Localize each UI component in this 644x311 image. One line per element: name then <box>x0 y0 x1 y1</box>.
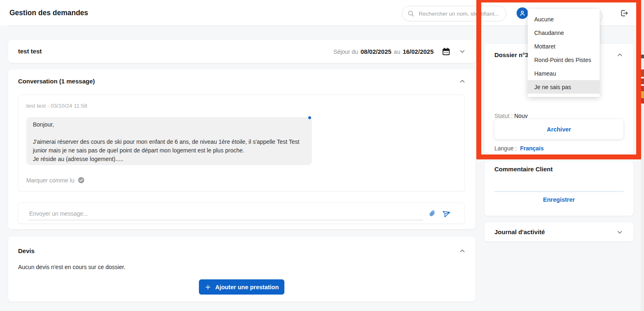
archive-button[interactable]: Archiver <box>494 119 623 139</box>
right-edge-strip <box>641 0 644 311</box>
dropdown-item-mottaret[interactable]: Mottaret <box>528 39 600 53</box>
chevron-down-icon[interactable] <box>459 48 466 55</box>
message-input[interactable] <box>28 207 423 220</box>
chevron-down-icon[interactable] <box>616 228 623 236</box>
stay-prefix: Séjour du <box>333 48 358 55</box>
person-icon <box>519 9 526 17</box>
plus-icon <box>205 284 211 290</box>
send-icon[interactable] <box>443 209 451 217</box>
chevron-up-icon[interactable] <box>459 78 466 85</box>
client-comment-card: Commentaire Client Enregistrer <box>485 161 633 216</box>
stay-separator: au <box>394 48 400 55</box>
client-comment-input[interactable] <box>494 180 623 192</box>
activity-log-card[interactable]: Journal d'activité <box>485 222 633 242</box>
stay-start-date: 08/02/2025 <box>360 48 391 55</box>
save-comment-button[interactable]: Enregistrer <box>485 196 633 203</box>
message-body: J'aimerai réserver des cours de ski pour… <box>33 138 305 155</box>
chevron-up-icon[interactable] <box>616 51 623 59</box>
add-prestation-button[interactable]: Ajouter une prestation <box>199 279 284 295</box>
dropdown-item-chaudanne[interactable]: Chaudanne <box>528 26 600 39</box>
paperclip-icon[interactable] <box>428 210 436 217</box>
message-greeting: Bonjour, <box>33 120 305 129</box>
add-prestation-label: Ajouter une prestation <box>215 284 279 290</box>
stay-end-date: 16/02/2025 <box>403 48 434 55</box>
calendar-icon[interactable] <box>442 47 450 56</box>
message-meta: test test - 03/10/24 11:58 <box>26 103 87 109</box>
page-title: Gestion des demandes <box>9 9 88 17</box>
request-summary-card[interactable]: test test Séjour du 08/02/2025 au 16/02/… <box>8 40 475 63</box>
search-bar[interactable] <box>402 6 506 21</box>
message-footer: Je réside au (adresse logement)..... <box>33 155 305 164</box>
clipped-edge-fragment <box>641 78 644 84</box>
status-row: Statut : Nouv <box>494 113 528 119</box>
dropdown-item-aucune[interactable]: Aucune <box>528 12 600 26</box>
client-comment-title: Commentaire Client <box>494 166 553 173</box>
status-label: Statut : <box>494 113 512 119</box>
clipped-edge-fragment <box>641 86 644 104</box>
language-label: Langue : <box>494 145 517 152</box>
mark-as-read-button[interactable]: Marquer comme lu <box>26 177 85 184</box>
unread-dot <box>308 116 311 119</box>
clipped-edge-fragment <box>641 69 644 77</box>
dossier-title: Dossier n°36 <box>494 51 532 58</box>
conversation-title: Conversation (1 message) <box>18 78 95 85</box>
stay-dates-group: Séjour du 08/02/2025 au 16/02/2025 <box>333 40 466 63</box>
logout-icon[interactable] <box>620 9 628 17</box>
message-composer <box>18 203 465 224</box>
client-name: test test <box>18 48 42 55</box>
mark-as-read-label: Marquer comme lu <box>26 177 74 184</box>
status-value: Nouv <box>514 113 528 119</box>
language-value-link[interactable]: Français <box>520 145 544 152</box>
dropdown-item-hameau[interactable]: Hameau <box>528 67 600 80</box>
search-input[interactable] <box>418 10 501 17</box>
conversation-card: Conversation (1 message) test test - 03/… <box>8 69 475 229</box>
category-dropdown-menu: Aucune Chaudanne Mottaret Rond-Point des… <box>528 9 600 97</box>
devis-card: Devis Aucun devis n'est en cours sur ce … <box>8 237 475 302</box>
stay-dates-text: Séjour du 08/02/2025 au 16/02/2025 <box>333 48 434 55</box>
user-avatar[interactable] <box>517 7 528 19</box>
clipped-edge-fragment <box>641 55 644 58</box>
devis-title: Devis <box>18 247 35 254</box>
dropdown-item-rond-point-des-pistes[interactable]: Rond-Point des Pistes <box>528 53 600 67</box>
app-window: Gestion des demandes e <box>0 0 644 311</box>
dropdown-item-je-ne-sais-pas[interactable]: Je ne sais pas <box>528 80 600 94</box>
activity-log-title: Journal d'activité <box>494 228 545 235</box>
search-icon <box>407 10 415 17</box>
devis-empty-text: Aucun devis n'est en cours sur ce dossie… <box>18 264 125 270</box>
chevron-up-icon[interactable] <box>459 247 466 255</box>
message-bubble: Bonjour, J'aimerai réserver des cours de… <box>26 117 312 165</box>
message-card: test test - 03/10/24 11:58 Bonjour, J'ai… <box>18 94 465 191</box>
check-circle-icon <box>78 177 85 184</box>
language-row: Langue : Français <box>494 145 544 152</box>
